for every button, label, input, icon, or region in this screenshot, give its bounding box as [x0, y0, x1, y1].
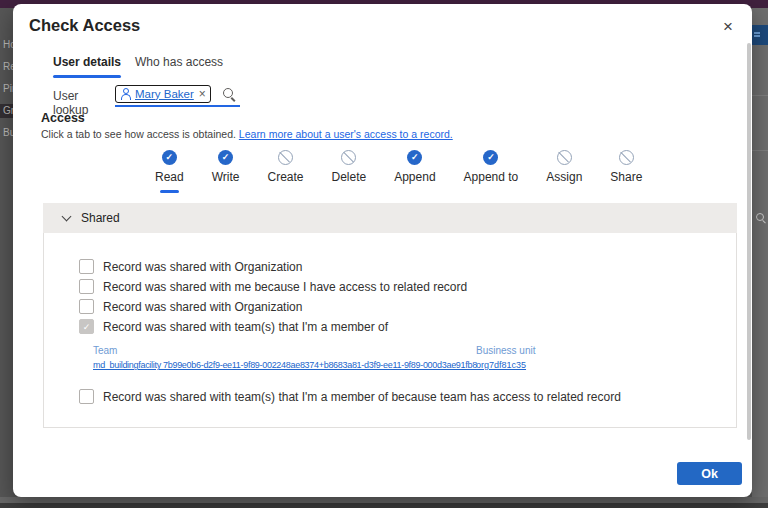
checkbox-row[interactable]: Record was shared with Organization — [79, 259, 736, 274]
permission-label: Append to — [464, 170, 519, 184]
app-command-icon — [754, 32, 760, 34]
permission-tab[interactable]: ✓ Write — [200, 150, 252, 193]
permission-label: Delete — [332, 170, 367, 184]
permission-tabs: ✓ Read ✓ Write Create Delete ✓ Append ✓ … — [129, 150, 654, 193]
permission-tab[interactable]: Share — [598, 150, 654, 193]
checkbox[interactable]: ✓ — [79, 319, 94, 334]
denied-icon — [341, 150, 356, 165]
divider — [752, 95, 768, 96]
checkbox[interactable] — [79, 259, 94, 274]
check-access-dialog: Check Access × User detailsWho has acces… — [13, 4, 752, 497]
learn-more-link[interactable]: Learn more about a user's access to a re… — [239, 128, 453, 140]
sidebar-item: Bu — [0, 126, 13, 140]
shared-section-title: Shared — [81, 211, 120, 225]
granted-check-icon: ✓ — [162, 150, 177, 165]
checkbox-row[interactable]: Record was shared with Organization — [79, 299, 736, 314]
sidebar-item-label: Gr — [3, 105, 13, 116]
team-column-header: Team — [93, 345, 476, 356]
ok-button[interactable]: Ok — [677, 462, 742, 485]
permission-label: Write — [212, 170, 240, 184]
background-strip — [0, 503, 768, 508]
checkbox-label: Record was shared with Organization — [103, 260, 302, 274]
dialog-tab[interactable]: Who has access — [135, 52, 223, 78]
access-section-header: Access Click a tab to see how access is … — [41, 111, 453, 140]
access-description: Click a tab to see how access is obtaine… — [41, 128, 236, 140]
sidebar-item-label: Bu — [3, 127, 13, 138]
checkbox-label: Record was shared with team(s) that I'm … — [103, 320, 388, 334]
checkbox-label: Record was shared with me because I have… — [103, 280, 467, 294]
permission-label: Assign — [546, 170, 582, 184]
dialog-title: Check Access — [29, 16, 140, 35]
business-unit-column-header: Business unit — [476, 345, 535, 356]
business-unit-link[interactable]: org7df81c35 — [476, 360, 526, 370]
checkbox-label: Record was shared with team(s) that I'm … — [103, 390, 621, 404]
access-heading: Access — [41, 111, 453, 125]
sidebar-item: Gr — [0, 104, 13, 118]
sidebar-item-label: Pin — [3, 83, 13, 94]
permission-tab[interactable]: Delete — [320, 150, 379, 193]
permission-tab[interactable]: ✓ Read — [143, 150, 196, 193]
team-link[interactable]: md_buildingfacility 7b99e0b6-d2f9-ee11-9… — [93, 360, 477, 370]
close-icon: × — [723, 17, 733, 36]
granted-check-icon: ✓ — [407, 150, 422, 165]
permission-label: Read — [155, 170, 184, 184]
checkbox[interactable] — [79, 279, 94, 294]
checkbox-row[interactable]: Record was shared with me because I have… — [79, 279, 736, 294]
permission-tab[interactable]: ✓ Append to — [452, 150, 531, 193]
denied-icon — [557, 150, 572, 165]
permission-tab[interactable]: ✓ Append — [382, 150, 447, 193]
checkbox-label: Record was shared with Organization — [103, 300, 302, 314]
person-icon — [120, 88, 131, 100]
dialog-scrollbar[interactable] — [747, 43, 751, 440]
dialog-tab[interactable]: User details — [53, 52, 121, 78]
tab-label: User details — [53, 55, 121, 69]
user-chip-link[interactable]: Mary Baker — [135, 88, 194, 100]
divider — [752, 150, 768, 151]
sidebar-item: Ho — [0, 38, 13, 52]
shared-section: Shared Record was shared with Organizati… — [43, 203, 737, 428]
remove-user-icon[interactable]: × — [199, 87, 206, 101]
background-search-icon — [755, 212, 766, 223]
denied-icon — [278, 150, 293, 165]
sidebar-item-label: Ho — [3, 39, 13, 50]
close-button[interactable]: × — [715, 14, 741, 40]
granted-check-icon: ✓ — [483, 150, 498, 165]
shared-section-header[interactable]: Shared — [43, 203, 737, 233]
sidebar-item: Pin — [0, 82, 13, 96]
permission-tab[interactable]: Create — [255, 150, 315, 193]
checkbox-row[interactable]: Record was shared with team(s) that I'm … — [79, 389, 736, 404]
permission-label: Share — [610, 170, 642, 184]
team-table: Team Business unit md_buildingfacility 7… — [93, 345, 733, 373]
table-row: md_buildingfacility 7b99e0b6-d2f9-ee11-9… — [93, 360, 733, 373]
app-command-bar — [752, 25, 768, 45]
table-header-row: Team Business unit — [93, 345, 733, 356]
dialog-tabs: User detailsWho has access — [53, 52, 223, 78]
tab-label: Who has access — [135, 55, 223, 69]
permission-label: Create — [267, 170, 303, 184]
sidebar-item-label: Re — [3, 61, 13, 72]
denied-icon — [619, 150, 634, 165]
chevron-down-icon — [62, 211, 72, 221]
app-content-edge — [752, 8, 768, 508]
user-lookup-field[interactable]: Mary Baker × — [115, 84, 240, 107]
checkbox-row[interactable]: ✓ Record was shared with team(s) that I'… — [79, 319, 736, 334]
app-sidebar: HoRePinGrBu — [0, 8, 13, 508]
search-icon[interactable] — [222, 87, 236, 101]
user-chip[interactable]: Mary Baker × — [115, 85, 211, 103]
checkbox[interactable] — [79, 389, 94, 404]
permission-tab[interactable]: Assign — [534, 150, 594, 193]
checkbox[interactable] — [79, 299, 94, 314]
shared-section-body: Record was shared with Organization Reco… — [43, 233, 737, 428]
permission-label: Append — [394, 170, 435, 184]
granted-check-icon: ✓ — [218, 150, 233, 165]
sidebar-item: Re — [0, 60, 13, 74]
